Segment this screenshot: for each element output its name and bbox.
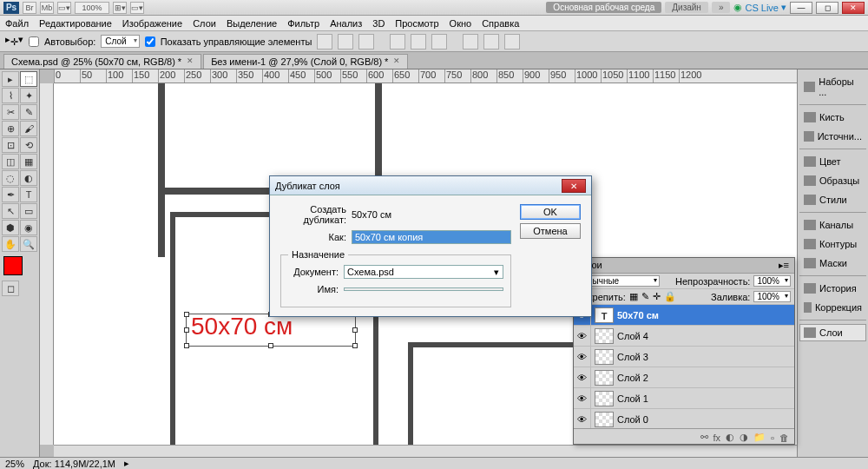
panel-layers[interactable]: Слои: [799, 324, 866, 341]
quickmask-icon[interactable]: ◻: [2, 281, 19, 296]
tab-close-icon[interactable]: ✕: [187, 56, 194, 67]
adjustment-icon[interactable]: ◑: [740, 432, 748, 443]
bridge-icon[interactable]: Br: [23, 2, 36, 14]
tool-marquee[interactable]: ⬚: [20, 71, 37, 87]
zoom-preset[interactable]: 100%: [75, 2, 109, 14]
tab-close-icon[interactable]: ✕: [393, 56, 400, 67]
panel-brush[interactable]: Кисть: [799, 109, 866, 126]
close-button[interactable]: ✕: [842, 2, 865, 14]
opacity-input[interactable]: 100%: [753, 275, 791, 287]
distribute-icon-1[interactable]: [463, 34, 478, 50]
name-input[interactable]: [344, 287, 503, 291]
layer-row[interactable]: 👁Слой 1: [574, 388, 794, 409]
tool-history[interactable]: ⟲: [20, 137, 37, 153]
screenmode-icon[interactable]: ▭▾: [130, 2, 144, 14]
mask-icon[interactable]: ◐: [726, 432, 734, 443]
menu-analysis[interactable]: Анализ: [330, 18, 362, 29]
distribute-icon-3[interactable]: [504, 34, 520, 50]
menu-help[interactable]: Справка: [482, 18, 519, 29]
foreground-color[interactable]: [3, 256, 23, 275]
maximize-button[interactable]: ◻: [816, 2, 838, 14]
layer-row[interactable]: 👁Слой 3: [574, 347, 794, 367]
tool-shape[interactable]: ▭: [20, 203, 37, 219]
tool-heal[interactable]: ⊕: [2, 121, 19, 136]
fill-input[interactable]: 100%: [753, 291, 791, 302]
layer-row[interactable]: 👁T50x70 см: [574, 305, 794, 326]
panel-masks[interactable]: Маски: [799, 254, 866, 272]
link-icon[interactable]: ⚯: [700, 432, 708, 443]
lock-transparency-icon[interactable]: ▦: [629, 291, 638, 302]
tab-schema[interactable]: Схема.psd @ 25% (50x70 см, RGB/8) *✕: [3, 54, 201, 69]
panel-styles[interactable]: Стили: [799, 191, 866, 208]
workspace-secondary[interactable]: Дизайн: [665, 2, 708, 13]
lock-move-icon[interactable]: ✛: [653, 291, 661, 302]
visibility-icon[interactable]: 👁: [574, 326, 591, 346]
ok-button[interactable]: OK: [520, 204, 581, 220]
tool-eraser[interactable]: ◫: [2, 154, 19, 169]
tool-text[interactable]: T: [20, 187, 37, 202]
tool-lasso[interactable]: ⌇: [2, 88, 19, 103]
visibility-icon[interactable]: 👁: [574, 409, 591, 428]
viewmode-icon[interactable]: ▭▾: [57, 2, 71, 14]
workspace-primary[interactable]: Основная рабочая среда: [546, 2, 661, 13]
fx-icon[interactable]: fx: [713, 433, 721, 443]
layer-row[interactable]: 👁Слой 4: [574, 326, 794, 347]
menu-window[interactable]: Окно: [450, 18, 472, 29]
workspace-more[interactable]: »: [712, 2, 731, 13]
menu-view[interactable]: Просмотр: [395, 18, 438, 29]
status-zoom[interactable]: 25%: [5, 459, 24, 469]
tool-eyedrop[interactable]: ✎: [20, 104, 37, 120]
tool-path[interactable]: ↖: [2, 203, 19, 219]
menu-file[interactable]: Файл: [5, 18, 29, 29]
menu-3d[interactable]: 3D: [372, 18, 385, 29]
panel-channels[interactable]: Каналы: [799, 216, 866, 234]
layer-row[interactable]: 👁Слой 0: [574, 409, 794, 428]
delete-icon[interactable]: 🗑: [779, 433, 789, 443]
tool-hand[interactable]: ✋: [2, 236, 19, 252]
tool-pen[interactable]: ✒: [2, 187, 19, 202]
visibility-icon[interactable]: 👁: [574, 347, 591, 367]
lock-paint-icon[interactable]: ✎: [641, 291, 649, 302]
document-select[interactable]: Схема.psd▾: [344, 265, 503, 279]
autoselect-mode[interactable]: Слой: [101, 35, 139, 48]
showcontrols-checkbox[interactable]: [145, 36, 155, 47]
tab-untitled[interactable]: Без имени-1 @ 27,9% (Слой 0, RGB/8) *✕: [203, 54, 408, 69]
move-tool-icon[interactable]: ▸✛▾: [5, 34, 23, 48]
autoselect-checkbox[interactable]: [29, 36, 39, 47]
menu-image[interactable]: Изображение: [122, 18, 182, 29]
panel-swatches[interactable]: Образцы: [799, 172, 866, 189]
align-icon-5[interactable]: [411, 34, 426, 50]
panel-sets[interactable]: Наборы ...: [799, 73, 866, 101]
visibility-icon[interactable]: 👁: [574, 367, 591, 387]
tool-3d[interactable]: ⬢: [2, 220, 19, 235]
minibridge-icon[interactable]: Mb: [40, 2, 54, 14]
distribute-icon-2[interactable]: [483, 34, 499, 50]
panel-history[interactable]: История: [799, 280, 866, 297]
align-icon-6[interactable]: [431, 34, 447, 50]
lock-all-icon[interactable]: 🔒: [664, 291, 676, 302]
menu-layer[interactable]: Слои: [193, 18, 216, 29]
tool-gradient[interactable]: ▦: [20, 154, 37, 169]
tool-dodge[interactable]: ◐: [20, 170, 37, 186]
panel-adjustments[interactable]: Коррекция: [799, 299, 866, 316]
menu-edit[interactable]: Редактирование: [39, 18, 112, 29]
tool-crop[interactable]: ✂: [2, 104, 19, 120]
as-input[interactable]: 50x70 см копия: [352, 230, 511, 244]
newlayer-icon[interactable]: ▫: [771, 433, 774, 443]
menu-select[interactable]: Выделение: [227, 18, 277, 29]
tool-brush[interactable]: 🖌: [20, 121, 37, 136]
arrange-icon[interactable]: ⊞▾: [113, 2, 127, 14]
tool-wand[interactable]: ✦: [20, 88, 37, 103]
minimize-button[interactable]: —: [790, 2, 812, 14]
tool-3dcam[interactable]: ◉: [20, 220, 37, 235]
panel-menu-icon[interactable]: ▸≡: [779, 260, 789, 271]
layer-row[interactable]: 👁Слой 2: [574, 367, 794, 388]
menu-filter[interactable]: Фильтр: [287, 18, 319, 29]
scrollbar-horizontal[interactable]: [54, 445, 797, 457]
panel-sources[interactable]: Источни...: [799, 128, 866, 145]
panel-color[interactable]: Цвет: [799, 153, 866, 170]
visibility-icon[interactable]: 👁: [574, 388, 591, 408]
align-icon-4[interactable]: [390, 34, 405, 50]
align-icon-3[interactable]: [358, 34, 374, 50]
tool-zoom[interactable]: 🔍: [20, 236, 37, 252]
